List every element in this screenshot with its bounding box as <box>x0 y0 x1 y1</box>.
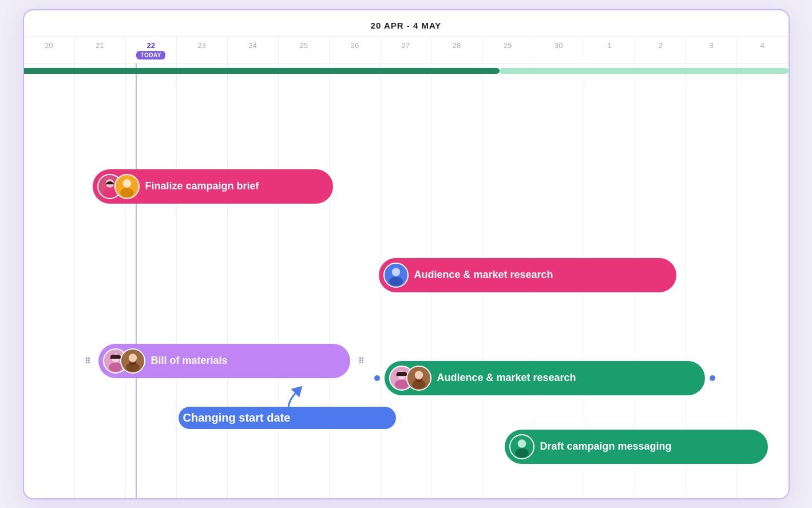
avatar-group-finalize <box>97 174 140 199</box>
date-cell-4: 4 <box>737 37 788 63</box>
grid-col-6 <box>279 64 330 498</box>
progress-bar-row <box>24 68 789 74</box>
avatar-male-blue <box>383 263 409 288</box>
date-cell-26: 26 <box>330 37 381 63</box>
avatar-male-beard-2 <box>406 366 431 391</box>
dates-row: 20 21 22 TODAY 23 24 25 26 27 28 29 30 1… <box>24 37 789 64</box>
date-cell-23: 23 <box>177 37 228 63</box>
today-badge: TODAY <box>136 51 165 59</box>
date-range-title: 20 APR - 4 MAY <box>24 10 789 37</box>
progress-bar-filled <box>24 68 500 74</box>
task-finalize-label: Finalize campaign brief <box>145 180 259 192</box>
svg-point-11 <box>393 269 399 275</box>
tooltip-label: Changing start date <box>183 411 291 424</box>
today-line <box>136 64 137 498</box>
date-cell-20: 20 <box>24 37 75 63</box>
gantt-body: Finalize campaign brief Audience & marke… <box>24 64 789 498</box>
task-audience-1-label: Audience & market research <box>414 269 553 281</box>
date-cell-2: 2 <box>635 37 686 63</box>
date-cell-22: 22 TODAY <box>126 37 177 63</box>
dot-left <box>374 375 380 381</box>
date-cell-21: 21 <box>75 37 126 63</box>
dot-right <box>710 375 715 381</box>
task-draft-label: Draft campaign messaging <box>540 440 672 453</box>
avatar-group-draft <box>509 434 534 459</box>
grid-col-7 <box>330 64 381 498</box>
date-cell-25: 25 <box>279 37 330 63</box>
drag-handle-right[interactable]: ⠿ <box>358 356 364 366</box>
avatar-male-beard <box>120 348 145 374</box>
task-draft-campaign[interactable]: Draft campaign messaging <box>505 430 768 464</box>
svg-point-10 <box>389 276 403 285</box>
task-bill-of-materials[interactable]: ⠿ <box>98 344 350 378</box>
avatar-group-audience-1 <box>383 263 409 288</box>
date-cell-3: 3 <box>686 37 737 63</box>
date-cell-29: 29 <box>482 37 533 63</box>
svg-point-7 <box>124 180 130 186</box>
grid-col-2 <box>75 64 126 498</box>
avatar-group-bill <box>103 348 145 374</box>
task-audience-research-1[interactable]: Audience & market research <box>379 258 676 292</box>
grid-col-5 <box>228 64 279 498</box>
date-cell-28: 28 <box>431 37 482 63</box>
date-cell-1: 1 <box>584 37 635 63</box>
svg-point-28 <box>415 372 422 378</box>
date-cell-24: 24 <box>228 37 279 63</box>
gantt-chart: 20 APR - 4 MAY 20 21 22 TODAY 23 24 25 2… <box>23 9 790 499</box>
avatar-male-1 <box>114 174 140 199</box>
svg-point-19 <box>129 355 136 361</box>
svg-point-32 <box>518 440 525 447</box>
grid-col-3 <box>126 64 177 498</box>
progress-bar-remaining <box>500 68 788 74</box>
svg-point-31 <box>515 448 529 457</box>
task-audience-2-label: Audience & market research <box>437 372 576 384</box>
date-cell-30: 30 <box>533 37 584 63</box>
tooltip-changing-start-date: Changing start date <box>179 407 396 429</box>
grid-col-4 <box>177 64 228 498</box>
avatar-group-audience-2 <box>389 366 431 391</box>
svg-point-6 <box>120 188 134 197</box>
task-audience-research-2[interactable]: Audience & market research <box>385 361 705 395</box>
task-bill-label: Bill of materials <box>151 355 228 367</box>
grid-col-1 <box>24 64 75 498</box>
task-finalize-campaign-brief[interactable]: Finalize campaign brief <box>93 169 333 204</box>
avatar-male-3 <box>509 434 534 459</box>
date-cell-27: 27 <box>381 37 431 63</box>
drag-handle-left[interactable]: ⠿ <box>85 356 90 366</box>
